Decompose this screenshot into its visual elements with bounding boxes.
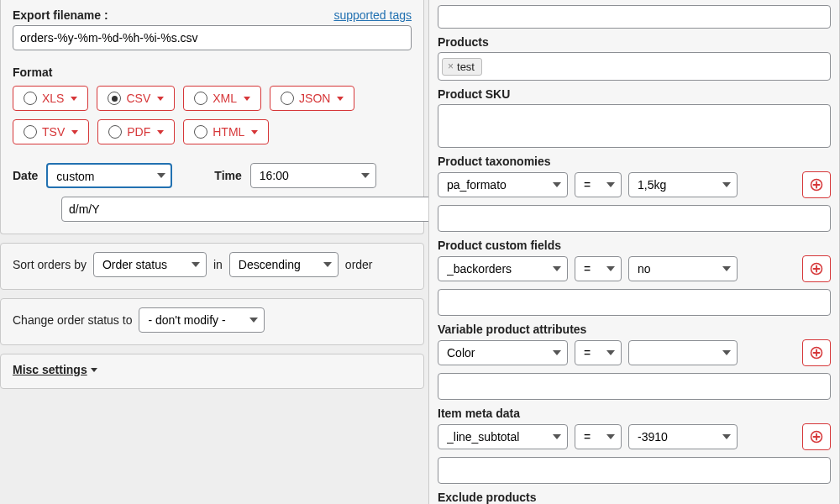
custom-fields-label: Product custom fields (438, 239, 831, 252)
product-tag[interactable]: × test (442, 58, 482, 76)
va-op-select[interactable]: = (575, 340, 622, 365)
cf-result-box[interactable] (438, 289, 831, 316)
chevron-down-icon (91, 368, 97, 372)
change-status-panel: Change order status to - don't modify - (0, 298, 424, 345)
item-meta-row: _line_subtotal = -3910 (438, 423, 831, 450)
products-tagbox[interactable]: × test (438, 52, 831, 81)
im-field-select[interactable]: _line_subtotal (438, 424, 568, 449)
sort-order-text: order (345, 258, 373, 271)
format-option-tsv[interactable]: TSV (13, 119, 89, 144)
tax-result-box[interactable] (438, 205, 831, 232)
format-option-label: XLS (42, 92, 64, 105)
exclude-label: Exclude products (438, 491, 831, 504)
sort-direction-select[interactable]: Descending (229, 252, 339, 277)
radio-icon (108, 92, 121, 105)
chevron-down-icon (251, 130, 258, 134)
format-option-label: CSV (126, 92, 150, 105)
filename-label: Export filename : (13, 8, 108, 22)
supported-tags-link[interactable]: supported tags (333, 8, 412, 22)
sort-label: Sort orders by (13, 258, 87, 271)
chevron-down-icon (71, 97, 77, 101)
tax-add-button[interactable] (802, 171, 831, 198)
sku-box[interactable] (438, 104, 831, 148)
plus-icon (810, 346, 823, 360)
misc-settings-label: Misc settings (13, 363, 87, 376)
radio-icon (194, 92, 207, 105)
va-value-select[interactable] (628, 340, 738, 365)
misc-settings-toggle[interactable]: Misc settings (13, 363, 97, 376)
format-option-json[interactable]: JSON (270, 86, 354, 111)
im-value-select[interactable]: -3910 (628, 424, 738, 449)
format-option-label: PDF (127, 125, 150, 139)
product-filter-panel: Products × test Product SKU Product taxo… (428, 0, 840, 504)
filename-format-panel: Export filename : supported tags Format … (0, 0, 424, 234)
products-label: Products (438, 35, 831, 49)
time-select[interactable]: 16:00 (250, 163, 376, 188)
taxonomies-row: pa_formato = 1,5kg (438, 171, 831, 198)
radio-icon (281, 92, 294, 105)
item-meta-label: Item meta data (438, 407, 831, 420)
date-format-input[interactable] (61, 197, 460, 222)
chevron-down-icon (157, 97, 164, 101)
chevron-down-icon (157, 130, 164, 134)
radio-icon (194, 125, 207, 139)
filename-input[interactable] (13, 25, 412, 50)
format-option-label: HTML (213, 125, 244, 139)
format-label: Format (13, 66, 412, 79)
plus-icon (810, 178, 823, 192)
top-empty-box[interactable] (438, 5, 831, 29)
change-status-label: Change order status to (13, 313, 132, 327)
change-status-select[interactable]: - don't modify - (139, 307, 265, 333)
time-label: Time (214, 169, 241, 182)
cf-value-select[interactable]: no (628, 256, 738, 281)
format-option-label: XML (213, 92, 237, 105)
format-option-label: JSON (299, 92, 330, 105)
radio-icon (24, 92, 37, 105)
radio-icon (24, 125, 37, 139)
tax-field-select[interactable]: pa_formato (438, 172, 568, 197)
tax-op-select[interactable]: = (575, 172, 622, 197)
cf-add-button[interactable] (802, 255, 831, 282)
format-option-csv[interactable]: CSV (97, 86, 175, 111)
remove-tag-icon[interactable]: × (448, 60, 454, 72)
plus-icon (810, 262, 823, 276)
plus-icon (810, 430, 823, 444)
cf-op-select[interactable]: = (575, 256, 622, 281)
sku-label: Product SKU (438, 87, 831, 101)
format-option-label: TSV (42, 125, 65, 139)
var-attr-row: Color = (438, 339, 831, 366)
chevron-down-icon (337, 97, 344, 101)
format-option-pdf[interactable]: PDF (97, 119, 175, 144)
im-op-select[interactable]: = (575, 424, 622, 449)
im-add-button[interactable] (802, 423, 831, 450)
sort-panel: Sort orders by Order status in Descendin… (0, 243, 424, 290)
va-result-box[interactable] (438, 373, 831, 400)
date-label: Date (13, 169, 38, 182)
tax-value-select[interactable]: 1,5kg (628, 172, 738, 197)
va-field-select[interactable]: Color (438, 340, 568, 365)
cf-field-select[interactable]: _backorders (438, 256, 568, 281)
taxonomies-label: Product taxonomies (438, 155, 831, 168)
date-select[interactable]: custom (46, 163, 172, 188)
chevron-down-icon (244, 97, 250, 101)
custom-fields-row: _backorders = no (438, 255, 831, 282)
sort-field-select[interactable]: Order status (93, 252, 207, 277)
format-option-html[interactable]: HTML (183, 119, 269, 144)
misc-panel: Misc settings (0, 354, 424, 389)
sort-in-text: in (213, 258, 223, 271)
format-option-xls[interactable]: XLS (13, 86, 88, 111)
im-result-box[interactable] (438, 457, 831, 484)
radio-icon (108, 125, 122, 139)
var-attr-label: Variable product attributes (438, 323, 831, 336)
format-option-xml[interactable]: XML (183, 86, 261, 111)
va-add-button[interactable] (802, 339, 831, 366)
product-tag-label: test (457, 60, 475, 73)
chevron-down-icon (71, 130, 78, 134)
